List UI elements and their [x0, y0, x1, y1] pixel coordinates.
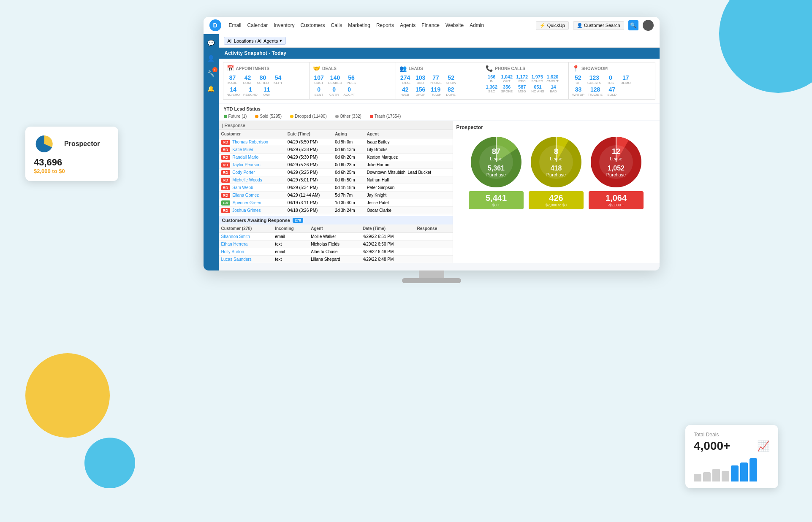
customer-name-link[interactable]: Thomas Robertson — [232, 140, 268, 144]
customer-name-link[interactable]: Spencer Green — [233, 200, 261, 205]
prospector-charts: 87 Lease 5,361 Purchase 5,441 $0 + 8 Lea… — [456, 135, 656, 209]
ytd-filter-sold[interactable]: Sold (5295) — [255, 114, 282, 119]
nav-admin[interactable]: Admin — [470, 22, 484, 28]
stand-neck — [419, 270, 444, 278]
awaiting-row: Ethan Herrera text Nicholas Fields 4/29/… — [219, 241, 453, 248]
nav-marketing[interactable]: Marketing — [348, 22, 370, 28]
nav-customers[interactable]: Customers — [301, 22, 325, 28]
row-badge: RD — [221, 185, 230, 190]
row-aging: 2d 3h 24m — [332, 207, 364, 214]
ytd-filter-dropped[interactable]: Dropped (11490) — [290, 114, 327, 119]
awaiting-incoming: text — [272, 256, 308, 263]
deals-card-title: Total Deals — [694, 432, 770, 438]
await-col-incoming: Incoming — [272, 224, 308, 233]
float-prospector-sub: $2,000 to $0 — [34, 168, 110, 174]
quick-up-button[interactable]: ⚡ QuickUp — [536, 21, 569, 30]
monitor-stand — [76, 270, 787, 283]
ytd-section: YTD Lead Status Future (1) Sold (5295) — [219, 104, 660, 120]
stand-base — [402, 278, 461, 283]
row-agent: Keaton Marquez — [364, 154, 453, 161]
deals-label: DEALS — [322, 66, 337, 71]
location-dropdown-icon[interactable]: ▾ — [280, 38, 282, 43]
nav-agents[interactable]: Agents — [400, 22, 416, 28]
await-col-agent: Agent — [308, 224, 360, 233]
row-badge: RD — [221, 170, 230, 175]
row-date: 04/29 (5:30 PM) — [285, 154, 333, 161]
appointments-section: 📅 APPOINTMENTS 87MADE 42CONF 80SCHED 54K… — [223, 62, 310, 99]
await-col-response: Response — [414, 224, 452, 233]
donut-total-bar: 5,441 $0 + — [469, 191, 524, 209]
phone-calls-section: 📞 PHONE CALLS 166IN 1,042OUT 1,172REC 1,… — [482, 62, 569, 99]
row-badge: RD — [221, 140, 230, 145]
awaiting-name-link[interactable]: Lucas Saunders — [221, 257, 252, 262]
row-date: 04/19 (3:11 PM) — [285, 199, 333, 207]
donut-inner-text: 8 Lease 418 Purchase — [546, 147, 566, 177]
awaiting-name-link[interactable]: Holly Burton — [221, 249, 244, 254]
table-row: RD Thomas Robertson 04/29 (6:50 PM) 0d 9… — [219, 138, 453, 146]
customer-name-link[interactable]: Michelle Woods — [232, 178, 262, 182]
awaiting-name-link[interactable]: Shannon Smith — [221, 234, 250, 239]
table-tab-label: | Response — [222, 123, 245, 128]
donut-purchase-value: 418 — [546, 165, 566, 172]
ytd-filter-trash[interactable]: Trash (17554) — [370, 114, 401, 119]
search-button[interactable]: 🔍 — [628, 20, 638, 30]
donut-inner-text: 87 Lease 5,361 Purchase — [486, 147, 506, 177]
content-area: All Locations / All Agents ▾ Activity Sn… — [219, 34, 660, 270]
donut-purchase-value: 1,052 — [606, 165, 626, 172]
nav-website[interactable]: Website — [445, 22, 464, 28]
donut-total-bar: 1,064 -$2,000 + — [589, 191, 644, 209]
top-nav: D Email Calendar Inventory Customers Cal… — [204, 17, 660, 34]
nav-finance[interactable]: Finance — [421, 22, 440, 28]
awaiting-agent: Mollie Walker — [308, 233, 360, 241]
awaiting-name-link[interactable]: Ethan Herrera — [221, 242, 248, 246]
prospector-panel-title: Prospector — [456, 124, 656, 130]
awaiting-agent: Liliana Shepard — [308, 256, 360, 263]
row-agent: Peter Simpson — [364, 184, 453, 192]
nav-inventory[interactable]: Inventory — [274, 22, 294, 28]
leads-section: 👥 LEADS 274TOTAL 1033RD 77PHONE 52SHOW 4… — [396, 62, 483, 99]
table-row: GR Spencer Green 04/19 (3:11 PM) 1d 3h 4… — [219, 199, 453, 207]
dot-yellow-icon — [290, 115, 293, 118]
ytd-dropped-label: Dropped (11490) — [295, 114, 327, 119]
sidebar-bell-icon[interactable]: 🔔 — [206, 84, 216, 93]
row-agent: Lily Brooks — [364, 146, 453, 154]
customer-name-link[interactable]: Katie Miller — [232, 147, 253, 152]
ytd-filter-future[interactable]: Future (1) — [224, 114, 247, 119]
ytd-title: YTD Lead Status — [224, 106, 654, 111]
sidebar-user-icon[interactable]: 👤 — [206, 54, 216, 63]
nav-reports[interactable]: Reports — [376, 22, 394, 28]
table-row: RD Sam Webb 04/29 (5:34 PM) 0d 1h 18m Pe… — [219, 184, 453, 192]
float-card-prospector: Prospector 43,696 $2,000 to $0 — [25, 127, 118, 181]
table-row: RD Joshua Grimes 04/18 (3:26 PM) 2d 3h 2… — [219, 207, 453, 214]
customers-table: Customer Date (Time) Aging Agent RD Thom… — [219, 130, 453, 214]
customer-name-link[interactable]: Cody Porter — [232, 170, 255, 175]
ytd-sold-label: Sold (5295) — [260, 114, 282, 119]
row-badge: RD — [221, 162, 230, 168]
nav-calendar[interactable]: Calendar — [247, 22, 268, 28]
donut-purchase-label: Purchase — [486, 172, 506, 177]
ytd-filter-other[interactable]: Other (332) — [335, 114, 361, 119]
nav-calls[interactable]: Calls — [331, 22, 342, 28]
ytd-trash-label: Trash (17554) — [375, 114, 401, 119]
customer-name-link[interactable]: Joshua Grimes — [232, 208, 261, 213]
prospector-chart-2: 12 Lease 1,052 Purchase 1,064 -$2,000 + — [589, 135, 644, 209]
row-date: 04/18 (3:26 PM) — [285, 207, 333, 214]
location-tag[interactable]: All Locations / All Agents ▾ — [224, 37, 286, 45]
nav-email[interactable]: Email — [229, 22, 242, 28]
activity-snapshot-title: Activity Snapshot - Today — [225, 50, 286, 56]
customer-name-link[interactable]: Taylor Pearson — [232, 162, 261, 167]
row-date: 04/29 (11:44 AM) — [285, 192, 333, 199]
customer-name-link[interactable]: Randall Mario — [232, 155, 258, 160]
donut-lease-value: 8 — [546, 147, 566, 156]
customer-name-link[interactable]: Eliana Gomez — [232, 193, 259, 197]
trend-up-icon: 📈 — [757, 440, 770, 452]
table-row: RD Cody Porter 04/29 (5:25 PM) 0d 6h 25m… — [219, 169, 453, 176]
col-customer: Customer — [219, 130, 285, 138]
deals-card-number: 4,000+ — [694, 439, 730, 453]
donut-lease-label: Lease — [606, 156, 626, 161]
row-agent: Jay Knight — [364, 192, 453, 199]
customer-search-button[interactable]: 👤 Customer Search — [573, 21, 624, 30]
sidebar-chat-icon[interactable]: 💬 — [206, 38, 216, 48]
sidebar-tools-icon[interactable]: 🔧 ! — [206, 69, 216, 78]
customer-name-link[interactable]: Sam Webb — [232, 185, 253, 190]
